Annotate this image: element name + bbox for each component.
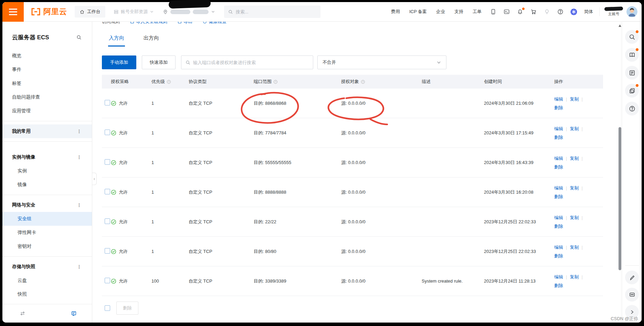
region-selector[interactable] [163, 9, 215, 14]
rail-announcements-button[interactable] [625, 84, 639, 98]
row-checkbox[interactable] [105, 248, 110, 254]
rule-search-input[interactable] [193, 60, 309, 65]
global-search-input[interactable] [236, 9, 316, 14]
sidebar-item-tags[interactable]: 标签 [2, 77, 92, 90]
import-rules-link[interactable]: 导入安全组规则 [130, 22, 167, 25]
row-checkbox[interactable] [105, 218, 110, 224]
edit-link[interactable]: 编辑 [554, 245, 563, 250]
user-avatar[interactable] [626, 6, 637, 17]
edit-link[interactable]: 编辑 [554, 215, 563, 220]
more-options-icon[interactable]: ⋮ [77, 264, 82, 269]
sidebar-item-troubleshooting[interactable]: 自助问题排查 [2, 90, 92, 104]
delete-link[interactable]: 删除 [554, 283, 563, 288]
scrollbar-thumb[interactable] [619, 127, 621, 270]
rail-docs-button[interactable] [625, 48, 639, 62]
copy-link[interactable]: 复制 [570, 185, 579, 191]
rail-help-button[interactable] [625, 102, 639, 115]
nav-icp[interactable]: ICP 备案 [409, 9, 427, 15]
batch-select-checkbox[interactable] [105, 305, 110, 311]
sidebar-item-app-management[interactable]: 应用管理 [2, 104, 92, 118]
cart-icon[interactable] [530, 8, 537, 15]
help-icon[interactable] [557, 8, 564, 15]
sidebar-group-storage-snapshots[interactable]: 存储与快照 ⋮ [2, 260, 92, 274]
row-checkbox[interactable] [105, 159, 110, 165]
hamburger-menu-button[interactable] [2, 2, 24, 22]
sidebar-collapse-handle[interactable]: ‹ [92, 173, 97, 185]
notifications-bell-icon[interactable] [517, 8, 524, 15]
copy-link[interactable]: 复制 [570, 156, 579, 161]
tab-outbound[interactable]: 出方向 [144, 35, 159, 47]
sidebar-item-images[interactable]: 镜像 [2, 178, 92, 192]
copy-link[interactable]: 复制 [570, 96, 579, 102]
nav-billing[interactable]: 费用 [391, 9, 400, 15]
delete-link[interactable]: 删除 [554, 253, 563, 258]
sidebar-item-enis[interactable]: 弹性网卡 [2, 226, 92, 240]
row-checkbox[interactable] [105, 189, 110, 194]
delete-link[interactable]: 删除 [554, 105, 563, 110]
edit-link[interactable]: 编辑 [554, 156, 563, 161]
account-scope-dropdown[interactable]: 账号全部资源 [114, 9, 154, 15]
rule-search-box[interactable] [181, 55, 313, 69]
sidebar-item-overview[interactable]: 概览 [2, 49, 92, 63]
merge-mode-select[interactable]: 不合并 [317, 55, 446, 69]
copy-link[interactable]: 复制 [570, 274, 579, 279]
delete-link[interactable]: 删除 [554, 224, 563, 229]
row-checkbox[interactable] [105, 100, 110, 105]
rail-feedback-button[interactable] [625, 288, 639, 302]
row-checkbox[interactable] [105, 278, 110, 283]
help-circle-icon[interactable]: ? [167, 80, 171, 84]
rail-checklist-button[interactable] [625, 66, 639, 80]
sidebar-group-instances-images[interactable]: 实例与镜像 ⋮ [2, 150, 92, 164]
delete-link[interactable]: 删除 [554, 194, 563, 199]
tab-inbound[interactable]: 入方向 [109, 35, 124, 47]
resources-icon [114, 9, 119, 14]
more-options-icon[interactable]: ⋮ [77, 129, 82, 134]
lightbulb-icon[interactable] [543, 8, 550, 15]
sidebar-item-security-groups[interactable]: 安全组 [2, 212, 92, 226]
sidebar-divider [2, 121, 92, 121]
nav-tickets[interactable]: 工单 [473, 9, 482, 15]
global-search-box[interactable] [224, 6, 320, 18]
swap-collapse-icon[interactable] [20, 310, 25, 316]
more-options-icon[interactable]: ⋮ [77, 202, 82, 208]
batch-delete-button[interactable]: 删除 [116, 302, 138, 315]
edit-link[interactable]: 编辑 [554, 185, 563, 191]
copy-link[interactable]: 复制 [570, 126, 579, 131]
nav-enterprise[interactable]: 企业 [436, 9, 445, 15]
feedback-icon[interactable] [71, 310, 77, 316]
account-menu[interactable]: 主账号 [604, 7, 623, 17]
help-circle-icon[interactable]: ? [361, 80, 365, 84]
quick-add-button[interactable]: 快速添加 [142, 55, 176, 69]
sidebar-item-instances[interactable]: 实例 [2, 164, 92, 178]
scroll-up-arrow-icon[interactable] [619, 24, 621, 27]
edit-link[interactable]: 编辑 [554, 96, 563, 102]
cloudshell-terminal-icon[interactable] [503, 8, 510, 15]
language-switch[interactable]: 简体 [584, 9, 593, 15]
sidebar-group-favorites[interactable]: 我的常用 ⋮ [2, 124, 92, 138]
manual-add-button[interactable]: 手动添加 [102, 55, 136, 69]
sidebar-item-snapshots[interactable]: 快照 [2, 287, 92, 301]
sidebar-item-disks[interactable]: 云盘 [2, 274, 92, 287]
copy-link[interactable]: 复制 [570, 245, 579, 250]
nav-support[interactable]: 支持 [454, 9, 463, 15]
sidebar-item-key-pairs[interactable]: 密钥对 [2, 240, 92, 253]
sidebar-item-events[interactable]: 事件 [2, 63, 92, 77]
copy-link[interactable]: 复制 [570, 215, 579, 220]
delete-link[interactable]: 删除 [554, 164, 563, 170]
sidebar-search-icon[interactable] [76, 35, 82, 40]
more-options-icon[interactable]: ⋮ [77, 154, 82, 160]
edit-link[interactable]: 编辑 [554, 274, 563, 279]
mobile-app-icon[interactable] [490, 8, 497, 15]
export-link[interactable]: 导出 [178, 22, 192, 25]
rail-search-button[interactable] [625, 30, 639, 44]
aliyun-logo[interactable]: 阿里云 [31, 7, 67, 17]
ai-assistant-icon[interactable] [570, 8, 577, 15]
rail-edit-button[interactable] [625, 271, 639, 284]
help-circle-icon[interactable]: ? [273, 80, 278, 84]
health-check-link[interactable]: 健康检查 [203, 22, 226, 25]
workbench-button[interactable]: 工作台 [75, 6, 105, 18]
delete-link[interactable]: 删除 [554, 135, 563, 140]
edit-link[interactable]: 编辑 [554, 126, 563, 131]
sidebar-group-network-security[interactable]: 网络与安全 ⋮ [2, 198, 92, 212]
row-checkbox[interactable] [105, 130, 110, 135]
